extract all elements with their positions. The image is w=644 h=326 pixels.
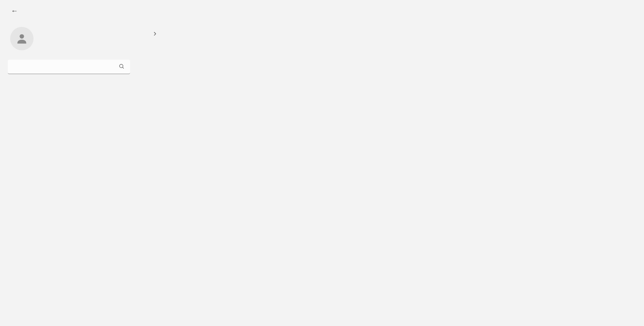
search-input[interactable]	[8, 60, 130, 74]
svg-point-1	[120, 64, 123, 67]
svg-point-0	[19, 34, 24, 39]
main: ›	[136, 19, 644, 85]
search-icon[interactable]	[119, 64, 125, 71]
profile[interactable]	[7, 23, 132, 57]
sidebar	[0, 19, 136, 85]
search-box	[8, 60, 130, 74]
breadcrumb: ›	[148, 23, 632, 47]
avatar	[10, 27, 34, 50]
chevron-right-icon: ›	[154, 28, 156, 39]
svg-line-2	[122, 67, 124, 68]
back-arrow-icon[interactable]: ←	[11, 7, 18, 15]
